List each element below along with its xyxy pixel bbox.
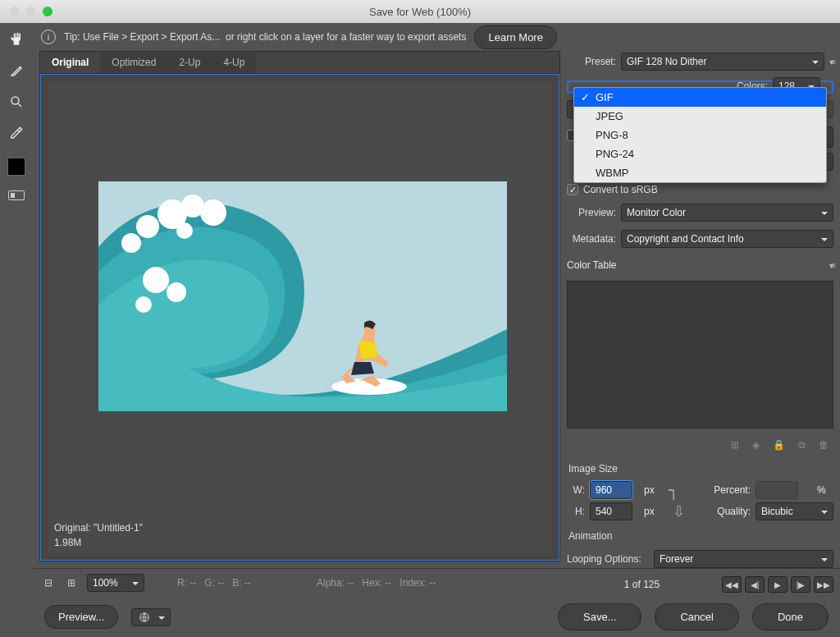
readout-index: Index: -- (399, 577, 436, 589)
anim-prev-button[interactable]: ◀| (745, 576, 765, 593)
preset-label: Preset: (567, 56, 616, 67)
quality-label: Quality: (693, 506, 751, 517)
tip-bar: i Tip: Use File > Export > Export As... … (33, 23, 840, 51)
tab-original[interactable]: Original (40, 52, 100, 73)
save-button[interactable]: Save... (558, 603, 641, 630)
zoom-select[interactable]: 100% (87, 574, 144, 592)
preview-status: Original: "Untitled-1" 1.98M (46, 514, 151, 557)
tab-2up[interactable]: 2-Up (167, 52, 212, 73)
hand-tool-icon[interactable] (7, 30, 26, 49)
ct-lock-icon[interactable]: 🔒 (773, 439, 785, 451)
preset-select[interactable]: GIF 128 No Dither (621, 53, 824, 71)
settings-panel: Preset: GIF 128 No Dither GIF JPEG PNG-8… (567, 51, 833, 561)
tip-text: Tip: Use File > Export > Export As... or… (64, 31, 466, 43)
h-label: H: (567, 506, 585, 517)
svg-point-9 (167, 282, 186, 302)
info-icon: i (41, 30, 56, 44)
animation-pager: 1 of 125 (567, 579, 717, 590)
svg-point-7 (176, 222, 193, 239)
format-option-gif[interactable]: GIF (574, 88, 826, 107)
readout-b: B: -- (232, 577, 251, 589)
ct-trash-icon[interactable]: 🗑 (819, 439, 829, 451)
readout-hex: Hex: -- (362, 577, 391, 589)
ct-new-icon[interactable]: ⧉ (798, 439, 806, 451)
eyedropper-tool-icon[interactable] (7, 123, 26, 143)
quality-select[interactable]: Bicubic (756, 502, 833, 520)
convert-srgb-label: Convert to sRGB (583, 184, 658, 195)
window-titlebar: Save for Web (100%) (0, 0, 840, 23)
cancel-button[interactable]: Cancel (655, 603, 738, 630)
readout-r: R: -- (177, 577, 196, 589)
svg-point-10 (135, 296, 152, 313)
anim-last-button[interactable]: ▶▶ (814, 576, 833, 593)
metadata-select[interactable]: Copyright and Contact Info (621, 230, 833, 248)
preview-profile-select[interactable]: Monitor Color (621, 204, 833, 222)
format-option-png8[interactable]: PNG-8 (574, 126, 826, 144)
tab-4up[interactable]: 4-Up (212, 52, 256, 73)
status-filename: Original: "Untitled-1" (54, 520, 143, 535)
color-table-menu-icon[interactable] (829, 259, 833, 271)
done-button[interactable]: Done (752, 603, 829, 630)
svg-point-4 (200, 199, 226, 226)
convert-srgb-checkbox[interactable] (567, 184, 578, 195)
browser-preview-select[interactable] (131, 608, 171, 626)
canvas-viewport[interactable]: Original: "Untitled-1" 1.98M (40, 74, 559, 561)
action-bar: Preview... Save... Cancel Done (33, 597, 840, 637)
format-dropdown-open: GIF JPEG PNG-8 PNG-24 WBMP (573, 87, 827, 183)
readout-g: G: -- (204, 577, 224, 589)
preset-menu-icon[interactable] (829, 56, 833, 67)
svg-point-5 (136, 215, 159, 238)
color-table[interactable] (567, 281, 833, 428)
tab-optimized[interactable]: Optimized (100, 52, 167, 73)
percent-label: Percent: (693, 484, 751, 496)
readout-alpha: Alpha: -- (317, 577, 354, 589)
anim-next-button[interactable]: |▶ (791, 576, 810, 593)
toggle-panels-icon[interactable] (8, 190, 25, 200)
width-input[interactable]: 960 (590, 481, 632, 499)
color-table-toolbar: ⊞ ◈ 🔒 ⧉ 🗑 (567, 437, 833, 453)
learn-more-button[interactable]: Learn More (474, 25, 556, 49)
preview-panel: Original Optimized 2-Up 4-Up (39, 51, 560, 561)
status-filesize: 1.98M (54, 535, 143, 550)
anim-first-button[interactable]: ◀◀ (722, 576, 742, 593)
anim-play-button[interactable]: ▶ (768, 576, 788, 593)
artwork-preview (98, 181, 507, 411)
image-size-title: Image Size (568, 463, 832, 474)
window-title: Save for Web (100%) (0, 6, 840, 18)
link-dimensions-icon[interactable]: ⇩ (669, 502, 688, 520)
color-table-label: Color Table (567, 259, 616, 271)
preview-button[interactable]: Preview... (44, 605, 118, 629)
zoom-tool-icon[interactable] (7, 92, 26, 112)
metadata-label: Metadata: (567, 233, 616, 245)
looping-label: Looping Options: (567, 553, 649, 565)
percent-sign: % (817, 484, 833, 496)
ct-shift-icon[interactable]: ◈ (752, 439, 760, 451)
h-unit: px (644, 506, 664, 517)
zoom-out-button[interactable]: ⊟ (41, 575, 56, 590)
w-unit: px (644, 484, 664, 496)
preview-profile-label: Preview: (567, 207, 616, 218)
animation-title: Animation (568, 530, 832, 542)
svg-point-0 (11, 97, 19, 104)
height-input[interactable]: 540 (590, 502, 632, 520)
foreground-color-swatch[interactable] (7, 158, 25, 176)
zoom-in-button[interactable]: ⊞ (64, 575, 79, 590)
w-label: W: (567, 484, 585, 496)
preview-tabs: Original Optimized 2-Up 4-Up (40, 52, 559, 74)
svg-point-8 (143, 267, 169, 293)
link-bracket-top: ┐ (669, 484, 688, 496)
svg-point-6 (121, 233, 141, 253)
ct-map-icon[interactable]: ⊞ (731, 439, 739, 451)
percent-input[interactable] (756, 481, 798, 499)
format-option-jpeg[interactable]: JPEG (574, 107, 826, 126)
format-option-wbmp[interactable]: WBMP (574, 163, 826, 182)
slice-tool-icon[interactable] (7, 61, 26, 80)
tool-strip (0, 23, 33, 637)
looping-select[interactable]: Forever (654, 550, 833, 568)
format-option-png24[interactable]: PNG-24 (574, 144, 826, 163)
